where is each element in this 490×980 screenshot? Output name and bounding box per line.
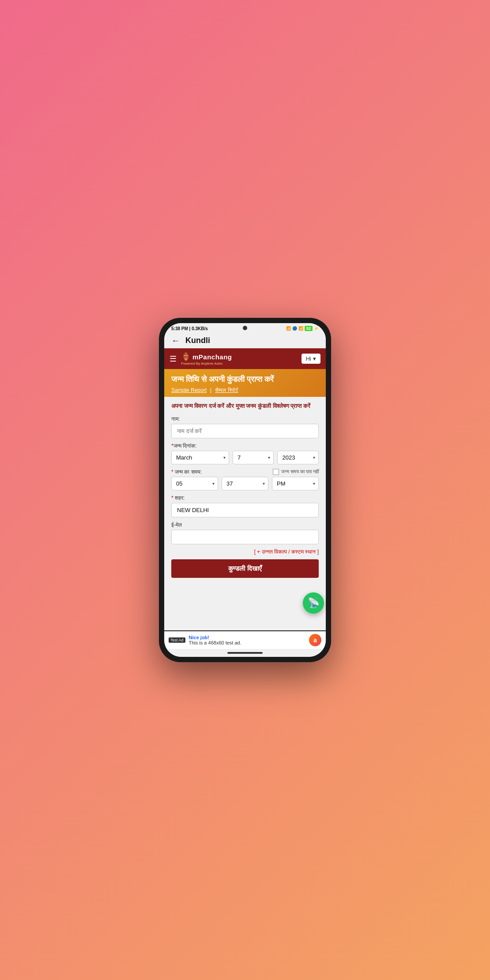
fab-icon: 📡	[308, 597, 320, 609]
ad-banner: Test Ad Nice job! This is a 468x60 test …	[164, 630, 326, 649]
dob-label: *जन्म दिनांक:	[171, 443, 319, 449]
sample-report-link[interactable]: Sample Report	[171, 387, 207, 393]
city-input[interactable]	[171, 503, 319, 517]
email-input[interactable]	[171, 530, 319, 544]
back-button[interactable]: ←	[171, 335, 180, 346]
banner-separator: |	[210, 387, 211, 393]
minute-select-wrap: 37 383940 ▾	[222, 477, 268, 490]
month-select-wrap: January February March April May June Ju…	[171, 451, 229, 464]
city-field-group: * शहर:	[171, 495, 319, 517]
unknown-time-label: जन्म समय का पता नहीं	[281, 469, 319, 475]
hamburger-menu-button[interactable]: ☰	[170, 354, 177, 364]
ad-content: Nice job! This is a 468x60 test ad.	[189, 635, 305, 645]
wifi-icon: 📶	[286, 326, 291, 331]
logo-area: 🏺 mPanchang Powered By Anytime Astro	[181, 352, 232, 366]
time-selects: 05 060708 ▾ 37 383940 ▾	[171, 477, 319, 490]
hi-button[interactable]: Hi ▾	[302, 354, 320, 364]
date-row: January February March April May June Ju…	[171, 451, 319, 464]
form-subtitle: अपना जन्म विवरण दर्ज करें और मुफ्त जनम क…	[171, 402, 319, 410]
logo-pot-icon: 🏺	[181, 352, 191, 362]
minute-select[interactable]: 37 383940	[222, 477, 268, 490]
kundli-form: अपना जन्म विवरण दर्ज करें और मुफ्त जनम क…	[164, 397, 326, 630]
chevron-down-icon: ▾	[313, 355, 316, 362]
name-label: नाम:	[171, 416, 319, 422]
ampm-select-wrap: AM PM ▾	[272, 477, 319, 490]
ampm-select[interactable]: AM PM	[272, 477, 319, 490]
fab-button[interactable]: 📡	[303, 592, 324, 614]
charge-icon: ⚡	[314, 326, 319, 331]
hour-select[interactable]: 05 060708	[171, 477, 218, 490]
hour-select-wrap: 05 060708 ▾	[171, 477, 218, 490]
app-header: ☰ 🏺 mPanchang Powered By Anytime Astro H…	[164, 348, 326, 369]
sample-report-hindi-link[interactable]: सैम्पल रिपोर्ट	[215, 387, 238, 393]
nav-bar	[164, 649, 326, 657]
ad-label: Test Ad	[169, 637, 185, 643]
submit-button[interactable]: कुण्डली दिखाएँ	[171, 559, 319, 578]
name-input[interactable]	[171, 424, 319, 438]
month-select[interactable]: January February March April May June Ju…	[171, 451, 229, 464]
top-nav: ← Kundli	[164, 333, 326, 348]
unknown-time-toggle[interactable]: जन्म समय का पता नहीं	[273, 469, 319, 475]
ad-brand-icon: a	[309, 634, 321, 646]
ad-nice-text: Nice job!	[189, 635, 305, 640]
dob-field-group: *जन्म दिनांक: January February March Apr…	[171, 443, 319, 464]
unknown-time-checkbox[interactable]	[273, 469, 279, 475]
year-select[interactable]: 202020212022 20232024	[277, 451, 319, 464]
time-field-group: * जन्म का समय: जन्म समय का पता नहीं 05 0…	[171, 469, 319, 490]
name-field-group: नाम:	[171, 416, 319, 438]
battery-icon: 52	[305, 326, 313, 331]
city-label: शहर:	[175, 495, 185, 501]
signal-icon: 📶	[298, 326, 303, 331]
app-name: mPanchang	[192, 353, 232, 361]
page-title: Kundli	[185, 336, 210, 345]
hero-banner: जन्म तिथि से अपनी कुंडली प्राप्त करें Sa…	[164, 369, 326, 397]
nav-pill	[227, 652, 263, 654]
year-select-wrap: 202020212022 20232024 ▾	[277, 451, 319, 464]
day-select[interactable]: 1234 5678 910	[233, 451, 274, 464]
time-label-row: * जन्म का समय: जन्म समय का पता नहीं	[171, 469, 319, 475]
banner-title: जन्म तिथि से अपनी कुंडली प्राप्त करें	[171, 374, 319, 384]
bluetooth-icon: 🔵	[292, 326, 297, 331]
email-label: ई-मेल	[171, 522, 319, 528]
ad-description: This is a 468x60 test ad.	[189, 640, 305, 645]
email-field-group: ई-मेल	[171, 522, 319, 544]
advanced-options-link[interactable]: [ + उन्नत विकल्प / कस्टम स्थान ]	[171, 549, 319, 555]
time-label: 5:38 PM | 0.3KB/s	[171, 326, 208, 331]
app-tagline: Powered By Anytime Astro	[181, 362, 222, 366]
day-select-wrap: 1234 5678 910 ▾	[233, 451, 274, 464]
